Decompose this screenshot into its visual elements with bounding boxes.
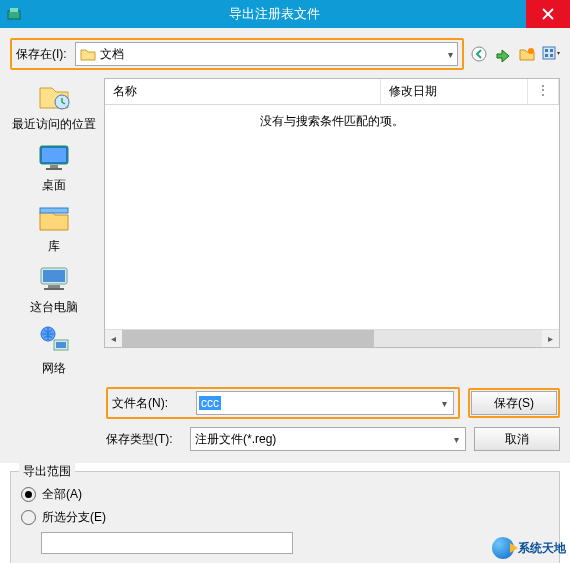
scroll-right-icon[interactable]: ▸ bbox=[542, 330, 559, 347]
export-range-group: 导出范围 全部(A) 所选分支(E) bbox=[10, 471, 560, 563]
column-date[interactable]: 修改日期 bbox=[381, 79, 528, 104]
window-title: 导出注册表文件 bbox=[22, 5, 526, 23]
svg-rect-18 bbox=[43, 270, 65, 282]
svg-rect-7 bbox=[545, 49, 548, 52]
save-button[interactable]: 保存(S) bbox=[471, 391, 557, 415]
sidebar-item-network[interactable]: 网络 bbox=[10, 322, 98, 377]
scroll-left-icon[interactable]: ◂ bbox=[105, 330, 122, 347]
sidebar-item-computer[interactable]: 这台电脑 bbox=[10, 261, 98, 316]
save-in-area: 保存在(I): 文档 ▾ bbox=[10, 38, 464, 70]
radio-icon bbox=[21, 510, 36, 525]
svg-rect-8 bbox=[550, 49, 553, 52]
sidebar-item-label: 库 bbox=[48, 238, 60, 255]
chevron-down-icon: ▾ bbox=[448, 434, 465, 445]
branch-path-input[interactable] bbox=[41, 532, 293, 554]
svg-rect-16 bbox=[40, 208, 68, 213]
filetype-value: 注册文件(*.reg) bbox=[195, 431, 276, 448]
svg-rect-6 bbox=[543, 47, 555, 59]
titlebar: 导出注册表文件 bbox=[0, 0, 570, 28]
up-icon[interactable] bbox=[494, 45, 512, 63]
filetype-label: 保存类型(T): bbox=[106, 431, 182, 448]
sidebar-item-libraries[interactable]: 库 bbox=[10, 200, 98, 255]
libraries-icon bbox=[34, 200, 74, 236]
svg-point-4 bbox=[472, 47, 486, 61]
back-icon[interactable] bbox=[470, 45, 488, 63]
filename-area: 文件名(N): ccc ▾ bbox=[106, 387, 460, 419]
radio-label: 所选分支(E) bbox=[42, 509, 106, 526]
column-more[interactable]: ⋮ bbox=[528, 79, 559, 104]
computer-icon bbox=[34, 261, 74, 297]
svg-rect-1 bbox=[10, 8, 18, 12]
save-in-value: 文档 bbox=[100, 46, 124, 63]
svg-rect-15 bbox=[46, 168, 62, 170]
svg-rect-13 bbox=[42, 148, 66, 162]
empty-message: 没有与搜索条件匹配的项。 bbox=[105, 105, 559, 329]
filename-input[interactable]: ccc ▾ bbox=[196, 391, 454, 415]
chevron-down-icon: ▾ bbox=[448, 49, 453, 60]
watermark-text: 系统天地 bbox=[518, 540, 566, 557]
sidebar-item-label: 网络 bbox=[42, 360, 66, 377]
radio-all[interactable]: 全部(A) bbox=[21, 486, 549, 503]
save-button-area: 保存(S) bbox=[468, 388, 560, 418]
view-menu-icon[interactable] bbox=[542, 45, 560, 63]
save-in-label: 保存在(I): bbox=[16, 46, 67, 63]
toolbar-icons bbox=[470, 45, 560, 63]
svg-rect-20 bbox=[44, 288, 64, 290]
app-icon bbox=[6, 6, 22, 22]
folder-icon bbox=[80, 47, 96, 61]
svg-rect-0 bbox=[8, 11, 20, 19]
svg-rect-14 bbox=[50, 165, 58, 168]
filename-value: ccc bbox=[199, 396, 221, 410]
file-list: 名称 修改日期 ⋮ 没有与搜索条件匹配的项。 ◂ ▸ bbox=[104, 78, 560, 348]
globe-icon bbox=[492, 537, 514, 559]
filename-label: 文件名(N): bbox=[112, 395, 188, 412]
group-legend: 导出范围 bbox=[19, 463, 75, 480]
places-sidebar: 最近访问的位置 桌面 库 这台电脑 网络 bbox=[10, 78, 98, 377]
horizontal-scrollbar[interactable]: ◂ ▸ bbox=[105, 329, 559, 347]
radio-icon bbox=[21, 487, 36, 502]
recent-icon bbox=[34, 78, 74, 114]
radio-label: 全部(A) bbox=[42, 486, 82, 503]
svg-rect-23 bbox=[56, 342, 66, 348]
cancel-button[interactable]: 取消 bbox=[474, 427, 560, 451]
radio-selected-branch[interactable]: 所选分支(E) bbox=[21, 509, 549, 526]
svg-rect-19 bbox=[48, 285, 60, 288]
column-name[interactable]: 名称 bbox=[105, 79, 381, 104]
new-folder-icon[interactable] bbox=[518, 45, 536, 63]
sidebar-item-recent[interactable]: 最近访问的位置 bbox=[10, 78, 98, 133]
desktop-icon bbox=[34, 139, 74, 175]
filetype-dropdown[interactable]: 注册文件(*.reg) ▾ bbox=[190, 427, 466, 451]
sidebar-item-label: 这台电脑 bbox=[30, 299, 78, 316]
chevron-down-icon: ▾ bbox=[436, 398, 453, 409]
svg-rect-10 bbox=[550, 54, 553, 57]
column-headers: 名称 修改日期 ⋮ bbox=[105, 79, 559, 105]
sidebar-item-label: 桌面 bbox=[42, 177, 66, 194]
watermark: 系统天地 bbox=[492, 537, 566, 559]
close-button[interactable] bbox=[526, 0, 570, 28]
network-icon bbox=[34, 322, 74, 358]
sidebar-item-label: 最近访问的位置 bbox=[12, 116, 96, 133]
sidebar-item-desktop[interactable]: 桌面 bbox=[10, 139, 98, 194]
svg-point-5 bbox=[528, 48, 534, 54]
save-in-dropdown[interactable]: 文档 ▾ bbox=[75, 42, 458, 66]
svg-rect-9 bbox=[545, 54, 548, 57]
